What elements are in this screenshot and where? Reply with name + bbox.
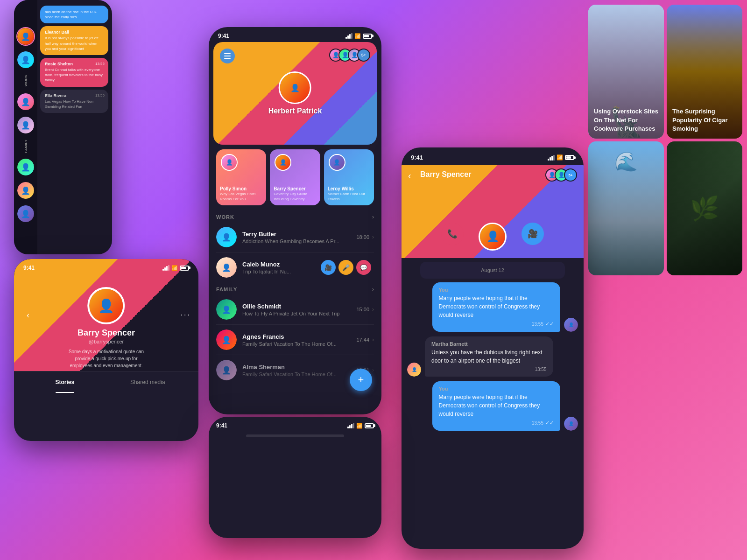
family-label: FAMILY: [216, 287, 237, 292]
chat-msg-self-1: 👤 You Many people were hoping that if th…: [407, 282, 578, 332]
story-avatar-3[interactable]: 👤: [16, 92, 35, 111]
work-chevron[interactable]: ›: [372, 214, 374, 220]
alma-name: Alma Sherman: [242, 364, 356, 371]
alma-msg: Family Safari Vacation To The Home Of...: [242, 371, 356, 377]
back-button[interactable]: ‹: [21, 308, 35, 322]
group-badge: 5+: [357, 49, 370, 62]
story-avatar-6[interactable]: 👤: [16, 181, 35, 200]
bc-wifi-icon: 📶: [356, 423, 363, 429]
msg-text-eleanor: It is not always possible to jet off hal…: [45, 35, 104, 51]
profile-avatar: 👤: [88, 287, 125, 324]
profile-status-bar: 9:41 📶: [14, 259, 198, 277]
family-chevron[interactable]: ›: [372, 286, 374, 293]
hero-section: 👤 👤 👤 5+ 👤 Herbert Patrick: [213, 42, 377, 145]
terry-name: Terry Butler: [242, 231, 356, 238]
chat-header: ‹ Barry Spencer 👤 👤 5+ 📞 👤 🎥: [402, 165, 584, 258]
chat-status-bar: 9:41 📶: [402, 147, 584, 165]
family-section-header: FAMILY ›: [209, 282, 381, 294]
news-card-3[interactable]: 🌊: [588, 141, 664, 275]
wifi-icon: 📶: [354, 33, 361, 39]
chat-status-icons: 📶: [548, 154, 574, 161]
msg-sender-eleanor: Eleanor Ball: [45, 30, 104, 35]
video-btn-caleb[interactable]: 🎥: [321, 260, 336, 275]
story-item-polly[interactable]: 👤 Polly Simon Why Las Vegas Hotel Rooms …: [216, 149, 266, 205]
self-text-2: Many people were hoping that if the Demo…: [439, 393, 554, 418]
self-meta-2: 13:55 ✓✓: [439, 420, 554, 426]
msg-card-ella[interactable]: Ella Rivera 13:55 Las Vegas How To Have …: [40, 90, 108, 113]
story-avatar-2[interactable]: 👤: [16, 50, 35, 69]
fab-button[interactable]: +: [350, 369, 372, 391]
contact-terry[interactable]: 👤 Terry Butler Addiction When Gambling B…: [209, 222, 381, 252]
martha-meta: 13:55: [431, 367, 547, 372]
story-desc-polly: Why Las Vegas Hotel Rooms For You: [220, 192, 262, 202]
story-item-barry[interactable]: 👤 Barry Spencer Coventry City Guide Incl…: [270, 149, 320, 205]
msg-time-rosie: 13:55: [95, 62, 105, 66]
tab-stories[interactable]: Stories: [23, 371, 106, 393]
news-card-1[interactable]: 🗽 Using Overstock Sites On The Net For C…: [588, 5, 664, 139]
msg-btn-caleb[interactable]: 💬: [356, 260, 371, 275]
bottom-center-time: 9:41: [216, 422, 227, 429]
more-options-button[interactable]: ···: [181, 311, 191, 319]
self-sender-1: You: [439, 287, 554, 293]
contact-agnes[interactable]: 👤 Agnes Francis Family Safari Vacation T…: [209, 325, 381, 355]
profile-tabs: Stories Shared media: [14, 371, 198, 393]
stories-row: 👤 Polly Simon Why Las Vegas Hotel Rooms …: [209, 145, 381, 210]
contact-caleb[interactable]: 👤 Caleb Munoz Trip To Iqaluit In Nu... 🎥…: [209, 252, 381, 282]
back-arrow-icon: ‹: [27, 310, 29, 320]
story-item-leroy[interactable]: 👤 Leroy Willis Mother Earth Host Our Tra…: [324, 149, 374, 205]
story-avatar-5[interactable]: 👤: [16, 158, 35, 176]
profile-wifi-icon: 📶: [171, 265, 178, 271]
hero-profile: 👤 Herbert Patrick: [268, 71, 322, 115]
chat-back-button[interactable]: ‹: [408, 170, 411, 181]
status-icons-center: 📶: [345, 33, 372, 39]
chat-msg-martha: 👤 Martha Barnett Unless you have the dub…: [407, 336, 578, 377]
bc-battery-icon: [365, 423, 374, 428]
chat-video-button[interactable]: 🎥: [521, 223, 544, 245]
agnes-msg: Family Safari Vacation To The Home Of...: [242, 341, 356, 347]
menu-button[interactable]: [220, 49, 235, 63]
news-card-2[interactable]: The Surprising Popularity Of Cigar Smoki…: [667, 5, 742, 139]
chat-battery-icon: [565, 155, 574, 160]
chat-badge: 5+: [564, 168, 577, 182]
news-overlay-4: [667, 141, 742, 275]
news-title-2: The Surprising Popularity Of Cigar Smoki…: [672, 107, 737, 133]
tab-shared-media[interactable]: Shared media: [106, 371, 190, 393]
martha-avatar: 👤: [407, 363, 421, 377]
story-avatar-7[interactable]: 👤: [16, 204, 35, 223]
agnes-chevron: ›: [372, 336, 374, 343]
contact-ollie[interactable]: 👤 Ollie Schmidt How To Fly A Private Jet…: [209, 294, 381, 324]
phone-chat: 9:41 📶 ‹ Barry Spencer 👤 👤 5+ 📞: [402, 147, 584, 549]
center-time: 9:41: [218, 33, 229, 39]
caleb-actions: 🎥 🎤 💬: [321, 260, 371, 275]
story-name-barry: Barry Spencer: [274, 186, 316, 191]
signal-icon: [345, 33, 352, 39]
chat-wifi-icon: 📶: [557, 154, 563, 161]
hamburger-icon: [224, 53, 231, 59]
story-avatar-4[interactable]: 👤: [16, 116, 35, 134]
news-card-4[interactable]: 🌿: [667, 141, 742, 275]
martha-sender: Martha Barnett: [431, 341, 547, 347]
chat-action-buttons: 📞 👤 🎥: [441, 223, 544, 251]
mic-btn-caleb[interactable]: 🎤: [338, 260, 353, 275]
self-bubble-1: You Many people were hoping that if the …: [432, 282, 561, 332]
profile-hero: 9:41 📶 ‹ ··· 👤: [14, 259, 198, 371]
ollie-msg: How To Fly A Private Jet On Your Next Tr…: [242, 311, 356, 316]
date-separator: August 12: [420, 262, 565, 279]
work-label: WORK: [24, 75, 28, 86]
family-label: FAMILY: [24, 140, 28, 153]
chat-call-button[interactable]: 📞: [441, 223, 464, 245]
msg-card-rosie[interactable]: Rosie Shelton 13:55 Brent Conrad talks w…: [40, 58, 108, 87]
news-title-1: Using Overstock Sites On The Net For Coo…: [594, 107, 658, 133]
msg-text-ella: Las Vegas How To Have Non Gambling Relat…: [45, 99, 104, 109]
terry-chevron: ›: [372, 234, 374, 240]
msg-card-eleanor[interactable]: Eleanor Ball It is not always possible t…: [40, 26, 108, 55]
news-panel: 🗽 Using Overstock Sites On The Net For C…: [584, 0, 747, 280]
top-bubble-text: has been on the rise in the U.S. since t…: [45, 9, 104, 20]
profile-status-icons: 📶: [162, 265, 189, 271]
self-check-2: ✓✓: [545, 420, 554, 426]
agnes-name: Agnes Francis: [242, 333, 356, 340]
msg-time-ella: 13:55: [95, 93, 105, 98]
work-label: WORK: [216, 214, 234, 220]
story-avatar-1[interactable]: 👤: [16, 27, 35, 46]
profile-signal-icon: [162, 265, 169, 271]
